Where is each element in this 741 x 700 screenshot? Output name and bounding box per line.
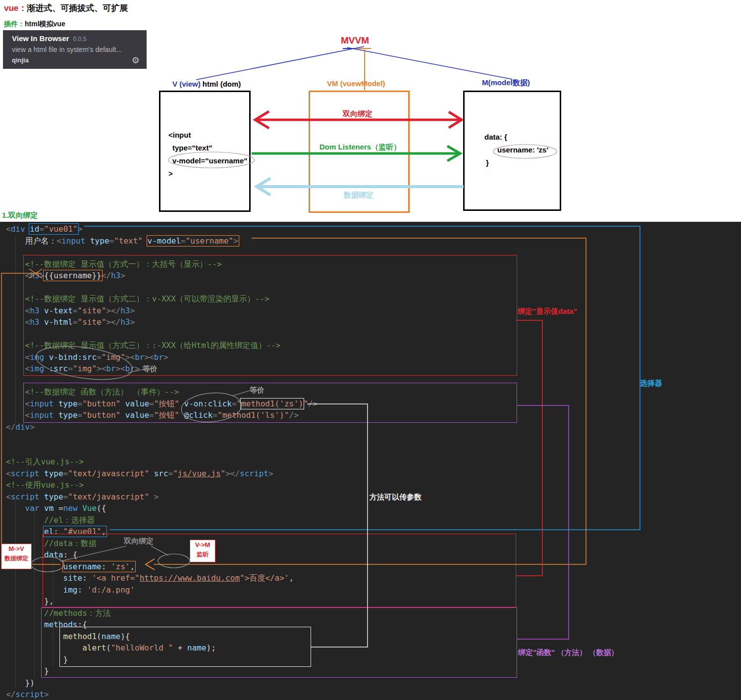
code-token: : [53,527,63,536]
code-token: vm [44,503,53,513]
code-line: el: "#vue01", [6,526,318,538]
view-box-code: > [168,169,173,178]
code-token [6,352,25,362]
code-line: <!--数据绑定 显示值（方式一）：大括号（显示）--> [6,258,318,270]
code-token [6,573,63,583]
code-token: "text/javascript" [68,492,149,501]
code-token: > [163,352,168,362]
code-token: div [11,224,25,234]
bind-display-data-label: 绑定"显示值data" [518,307,577,316]
code-token: }) [6,678,35,688]
code-token: //el：选择器 [6,515,95,525]
gear-icon[interactable]: ⚙ [132,55,140,66]
extension-description: view a html file in system's default... [12,46,122,53]
code-token: } [6,655,68,664]
page-title: vue：渐进式、可插拔式、可扩展 [4,2,128,14]
code-token: >< [125,352,135,362]
code-token-box: username: 'zs', [63,562,135,571]
mvvm-to-view-line [196,47,364,80]
code-token: < [25,317,30,327]
two-way-arrowhead-right [449,112,462,128]
code-token-box: id="vue01" [30,224,77,234]
data-binding-arrow-label: 数据绑定 [344,191,373,200]
code-line: method1(name){ [6,631,318,643]
view-box-code: <input [168,131,191,139]
code-token: > [30,422,35,432]
data-binding-arrowhead [257,178,270,195]
code-token: img [63,585,78,595]
code-token [39,503,44,513]
code-token: " [303,399,308,408]
code-token: > [44,690,49,699]
code-token: > [130,317,135,327]
code-line [6,328,318,340]
view-label-blue: V (view) [172,80,203,88]
code-token: type [58,410,78,420]
code-token [44,364,49,373]
code-token: Vue [82,503,97,513]
code-token-box: v-model="username"> [148,236,238,246]
code-token: "username" [186,236,233,246]
code-token: < [25,399,30,408]
code-line: } [6,654,318,666]
code-token: src [154,469,168,478]
code-line: 用户名：<input type="text" v-model="username… [6,235,318,247]
code-token: 'd:/a.png' [87,585,135,595]
m-to-v-tag: M->V 数据绑定 [1,544,32,569]
code-token: <!--数据绑定 函数（方法） （事件）--> [6,387,179,397]
code-token [53,399,58,408]
code-token [6,620,44,629]
equiv-label-1: 等价 [143,364,158,374]
code-token: = [78,399,83,408]
code-token [120,410,125,420]
code-token: > [120,271,125,280]
plugin-line: 插件：html模拟vue [4,20,65,29]
code-token: site [63,573,83,583]
page: vue：渐进式、可插拔式、可扩展 插件：html模拟vue View In Br… [0,0,741,700]
code-token: data [44,550,63,559]
code-token: v-bind:src [49,352,97,362]
code-token: v-model [148,236,181,246]
code-token-box: {{username}} [44,271,102,280]
v-to-m-tag: V->M 监听 [190,540,215,562]
code-token [149,469,154,478]
code-token: } [6,666,49,676]
model-box-code: data: { [484,133,507,141]
code-token: = [63,492,68,501]
code-token: 用户名： [6,236,57,246]
m-to-v-text: M->V [1,544,31,554]
code-token: > [233,236,238,246]
code-token: div [15,422,30,432]
code-token: " [237,399,242,408]
viewmodel-label: VM (vuewModel) [327,79,385,88]
code-token [39,492,44,501]
code-token: "img" [73,364,97,373]
code-token: img [30,352,44,362]
code-token: script [11,469,40,478]
code-token [39,469,44,478]
code-token: type [90,236,109,246]
code-token: , [130,562,135,571]
code-token: <!--使用vue.js--> [6,480,84,490]
code-token: : [78,585,87,595]
code-token: method1('zs') [241,399,303,408]
mvvm-to-model-line [347,48,512,79]
code-editor[interactable]: <div id="vue01"> 用户名：<input type="text" … [0,222,741,700]
code-token: h3 [120,317,130,327]
bind-function-label: 绑定"函数" （方法） （数据） [518,648,619,657]
code-token: type [58,399,78,408]
two-way-binding-arrow-label: 双向绑定 [343,109,372,119]
code-line [6,445,318,456]
mvvm-root-label: MVVM [341,35,369,46]
code-token-box: method1('zs') [241,399,303,408]
code-line: <input type="button" value="按钮" v-on:cli… [6,398,318,410]
code-token [78,503,83,513]
code-token: = [109,236,114,246]
code-token: < [6,492,11,501]
code-line: <script type="text/javascript" > [6,491,318,503]
code-token: ></ [106,306,120,315]
code-line: }) [6,677,318,689]
extension-card[interactable]: View In Browser0.0.5 view a html file in… [3,30,147,69]
code-token: "按钮" [154,410,179,420]
code-token [6,643,82,652]
